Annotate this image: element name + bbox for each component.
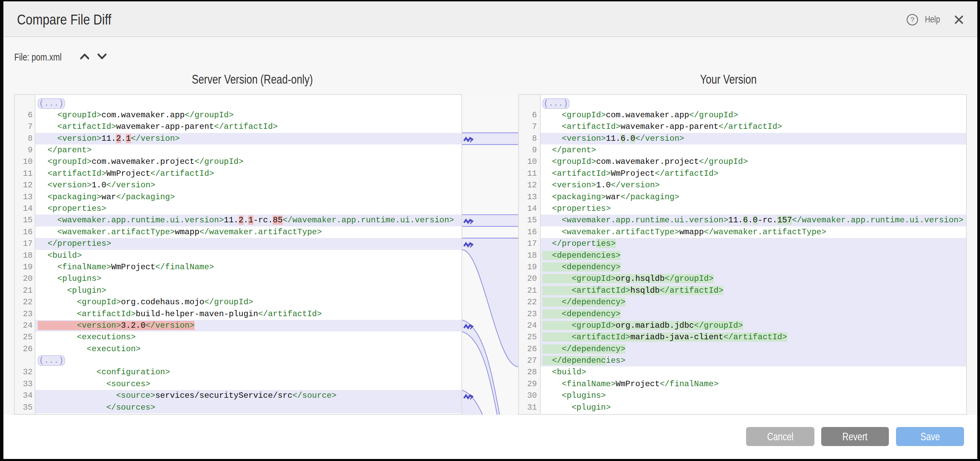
svg-text:?: ? (910, 16, 914, 24)
